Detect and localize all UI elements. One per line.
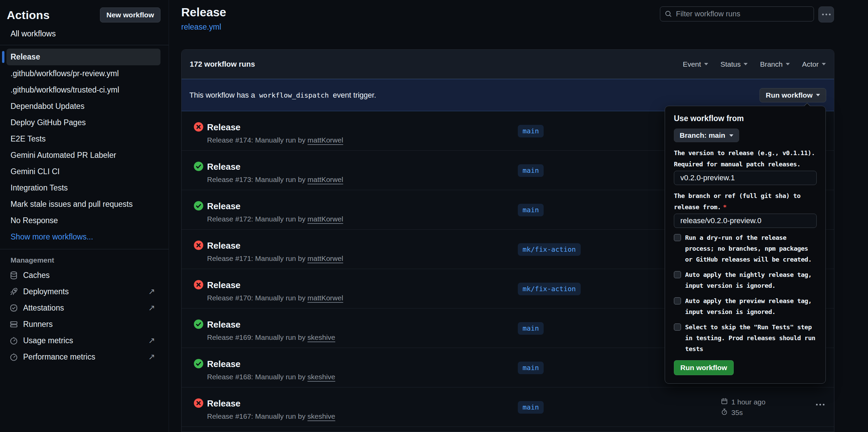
branch-badge[interactable]: main xyxy=(518,401,544,414)
panel-checkbox-label: Select to skip the "Run Tests" step in t… xyxy=(685,322,817,354)
stopwatch-icon xyxy=(720,408,728,417)
panel-checkbox-row: Run a dry-run of the release process; no… xyxy=(674,232,817,265)
required-asterisk: * xyxy=(723,203,727,211)
run-workflow-dropdown-button[interactable]: Run workflow xyxy=(760,88,826,102)
run-overflow-menu-button[interactable] xyxy=(816,404,824,405)
run-title-link[interactable]: Release xyxy=(207,201,240,212)
workflow-list: Release .github/workflows/pr-review.yml … xyxy=(0,49,169,229)
run-workflow-submit-button[interactable]: Run workflow xyxy=(674,360,734,375)
panel-checkbox[interactable] xyxy=(674,323,681,331)
external-link-icon: ↗ xyxy=(148,336,155,345)
run-subtitle: Release #167: Manually run by skeshive xyxy=(207,412,335,420)
run-title-link[interactable]: Release xyxy=(207,280,240,290)
server-icon xyxy=(9,320,18,329)
sidebar-item-performance-metrics[interactable]: Performance metrics ↗ xyxy=(0,349,169,365)
ref-input-label: The branch or ref (full git sha) to rele… xyxy=(674,190,817,213)
branch-badge[interactable]: main xyxy=(518,164,544,177)
run-title-link[interactable]: Release xyxy=(207,162,240,172)
sidebar-workflow-item-gemini-cli-ci[interactable]: Gemini CLI CI xyxy=(0,163,169,180)
workflow-dispatch-code: workflow_dispatch xyxy=(257,91,331,99)
runs-filter-branch[interactable]: Branch xyxy=(760,60,790,68)
success-icon xyxy=(193,319,204,329)
all-workflows-link[interactable]: All workflows xyxy=(11,29,169,39)
run-actor-link[interactable]: skeshive xyxy=(307,333,335,341)
page-title: Release xyxy=(181,5,226,19)
banner-text: This workflow has a workflow_dispatch ev… xyxy=(189,91,376,100)
sidebar-workflow-item-e2e-tests[interactable]: E2E Tests xyxy=(0,131,169,147)
sidebar-workflow-item-release[interactable]: Release xyxy=(6,49,160,65)
panel-checkbox-label: Run a dry-run of the release process; no… xyxy=(685,232,817,265)
panel-checkbox[interactable] xyxy=(674,271,681,278)
branch-badge[interactable]: main xyxy=(518,125,544,137)
ref-input[interactable] xyxy=(674,214,817,228)
database-icon xyxy=(9,271,18,280)
sidebar-workflow-item-github-workflows-trusted-ci-yml[interactable]: .github/workflows/trusted-ci.yml xyxy=(0,82,169,98)
chevron-down-icon xyxy=(729,134,733,137)
run-actor-link[interactable]: skeshive xyxy=(307,412,335,420)
panel-checkbox[interactable] xyxy=(674,297,681,304)
branch-selector-button[interactable]: Branch: main xyxy=(674,129,739,142)
external-link-icon: ↗ xyxy=(148,353,155,361)
success-icon xyxy=(193,161,204,171)
management-header: Management xyxy=(0,249,169,267)
external-link-icon: ↗ xyxy=(148,287,155,296)
workflow-file-link[interactable]: release.yml xyxy=(181,22,221,32)
run-title-link[interactable]: Release xyxy=(207,240,240,251)
panel-checkbox-group: Run a dry-run of the release process; no… xyxy=(674,232,817,354)
chevron-down-icon xyxy=(816,94,820,96)
meter-icon xyxy=(9,352,18,362)
sidebar-workflow-item-gemini-automated-pr-labeler[interactable]: Gemini Automated PR Labeler xyxy=(0,147,169,163)
run-title-link[interactable]: Release xyxy=(207,319,240,330)
branch-badge[interactable]: mk/fix-action xyxy=(518,283,581,295)
branch-badge[interactable]: main xyxy=(518,204,544,216)
panel-checkbox-row: Auto apply the nightly release tag, inpu… xyxy=(674,269,817,291)
sidebar-item-runners[interactable]: Runners xyxy=(0,316,169,332)
runs-filter-event[interactable]: Event xyxy=(683,60,708,68)
filter-workflow-runs xyxy=(660,6,814,21)
failure-icon xyxy=(193,122,204,132)
run-actor-link[interactable]: mattKorwel xyxy=(307,136,343,144)
chevron-down-icon xyxy=(786,63,790,65)
run-title-link[interactable]: Release xyxy=(207,122,240,133)
branch-badge[interactable]: main xyxy=(518,362,544,374)
runs-count: 172 workflow runs xyxy=(190,60,255,69)
run-actor-link[interactable]: skeshive xyxy=(307,373,335,381)
version-input[interactable] xyxy=(674,171,817,185)
branch-badge[interactable]: mk/fix-action xyxy=(518,243,581,256)
runs-filter-status[interactable]: Status xyxy=(720,60,748,68)
show-more-workflows-link[interactable]: Show more workflows... xyxy=(0,229,169,245)
run-actor-link[interactable]: mattKorwel xyxy=(307,215,343,223)
run-actor-link[interactable]: mattKorwel xyxy=(307,254,343,262)
runs-list-header: 172 workflow runs Event Status Branch Ac… xyxy=(182,50,834,79)
sidebar-item-caches[interactable]: Caches xyxy=(0,267,169,283)
workflow-overflow-menu-button[interactable] xyxy=(818,6,834,22)
sidebar-workflow-item-integration-tests[interactable]: Integration Tests xyxy=(0,180,169,196)
calendar-icon xyxy=(720,397,728,407)
run-subtitle: Release #172: Manually run by mattKorwel xyxy=(207,215,343,223)
run-title-link[interactable]: Release xyxy=(207,359,240,369)
run-actor-link[interactable]: mattKorwel xyxy=(307,176,343,183)
sidebar-title: Actions xyxy=(7,9,50,22)
sidebar-workflow-item-mark-stale-issues-and-pull-requests[interactable]: Mark stale issues and pull requests xyxy=(0,196,169,212)
filter-workflow-runs-input[interactable] xyxy=(660,6,814,21)
sidebar-workflow-item-deploy-github-pages[interactable]: Deploy GitHub Pages xyxy=(0,114,169,131)
run-subtitle: Release #168: Manually run by skeshive xyxy=(207,373,335,381)
sidebar-workflow-item-dependabot-updates[interactable]: Dependabot Updates xyxy=(0,98,169,114)
panel-checkbox[interactable] xyxy=(674,234,681,241)
branch-badge[interactable]: main xyxy=(518,322,544,335)
sidebar-item-attestations[interactable]: Attestations ↗ xyxy=(0,300,169,316)
panel-heading: Use workflow from xyxy=(674,114,817,123)
failure-icon xyxy=(193,398,204,408)
run-title-link[interactable]: Release xyxy=(207,398,240,409)
panel-checkbox-label: Auto apply the preview release tag, inpu… xyxy=(685,296,817,317)
new-workflow-button[interactable]: New workflow xyxy=(100,7,160,22)
sidebar-item-deployments[interactable]: Deployments ↗ xyxy=(0,283,169,300)
runs-filter-actor[interactable]: Actor xyxy=(802,60,826,68)
sidebar-workflow-item-no-response[interactable]: No Response xyxy=(0,212,169,229)
sidebar-item-usage-metrics[interactable]: Usage metrics ↗ xyxy=(0,332,169,349)
panel-checkbox-label: Auto apply the nightly release tag, inpu… xyxy=(685,269,817,291)
panel-checkbox-row: Select to skip the "Run Tests" step in t… xyxy=(674,322,817,354)
sidebar-workflow-item-github-workflows-pr-review-yml[interactable]: .github/workflows/pr-review.yml xyxy=(0,65,169,82)
run-actor-link[interactable]: mattKorwel xyxy=(307,294,343,302)
run-subtitle: Release #169: Manually run by skeshive xyxy=(207,333,335,342)
